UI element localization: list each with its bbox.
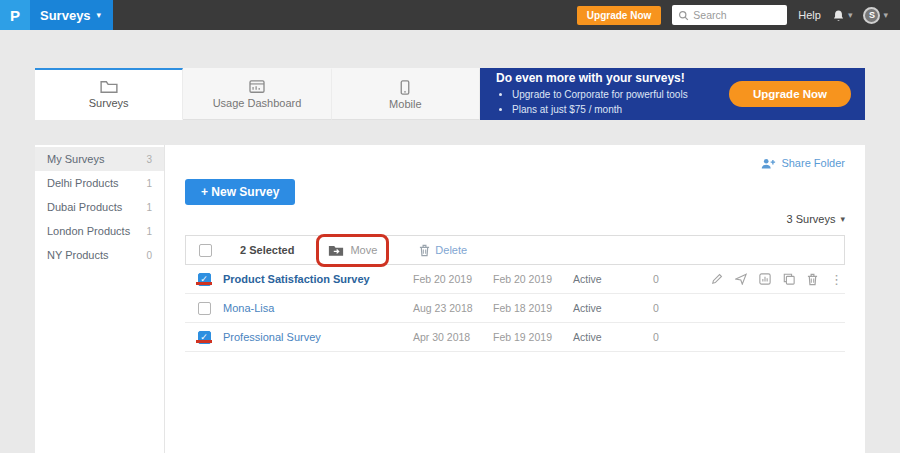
- bell-icon: [832, 9, 845, 22]
- tab-label: Surveys: [89, 97, 129, 109]
- sidebar-item-london-products[interactable]: London Products 1: [35, 219, 164, 243]
- row-checkbox-cell: ✓: [185, 331, 223, 344]
- tabs-banner-row: Surveys Usage Dashboard Mobile Do even m…: [35, 68, 865, 120]
- tab-mobile[interactable]: Mobile: [332, 68, 480, 120]
- search-icon: [678, 10, 689, 21]
- tab-usage-dashboard[interactable]: Usage Dashboard: [183, 68, 331, 120]
- status-label: Active: [573, 273, 649, 285]
- surveys-count-dropdown[interactable]: 3 Surveys ▾: [185, 205, 845, 233]
- folder-count: 1: [146, 178, 152, 189]
- responses-count: 0: [649, 302, 695, 314]
- created-date: Feb 20 2019: [413, 273, 493, 285]
- folder-label: NY Products: [47, 249, 109, 261]
- banner-upgrade-button[interactable]: Upgrade Now: [729, 81, 851, 107]
- main-panel: My Surveys 3 Delhi Products 1 Dubai Prod…: [35, 145, 865, 453]
- responses-count: 0: [649, 331, 695, 343]
- folder-icon: [100, 80, 118, 94]
- tab-bar: Surveys Usage Dashboard Mobile: [35, 68, 480, 120]
- tab-label: Mobile: [389, 98, 421, 110]
- new-survey-label: New Survey: [211, 185, 279, 199]
- survey-title-link[interactable]: Professional Survey: [223, 331, 413, 343]
- move-folder-icon: [328, 244, 344, 257]
- surveys-menu-label: Surveys: [40, 8, 91, 23]
- search-input[interactable]: [693, 9, 781, 21]
- promo-bullets: Upgrade to Corporate for powerful tools …: [496, 87, 729, 118]
- annotation-underline: [196, 282, 212, 285]
- tab-label: Usage Dashboard: [213, 97, 302, 109]
- duplicate-copy-icon[interactable]: [783, 273, 795, 285]
- promo-title: Do even more with your surveys!: [496, 71, 729, 85]
- delete-button[interactable]: Delete: [419, 244, 467, 257]
- sidebar-item-ny-products[interactable]: NY Products 0: [35, 243, 164, 267]
- upgrade-now-button[interactable]: Upgrade Now: [577, 6, 661, 25]
- share-people-icon: [760, 157, 776, 170]
- surveys-app: P Surveys ▾ Upgrade Now Help ▾ S ▾: [0, 0, 900, 453]
- status-label: Active: [573, 331, 649, 343]
- trash-icon[interactable]: [807, 273, 818, 286]
- chevron-down-icon: ▾: [97, 11, 102, 20]
- account-menu[interactable]: S ▾: [863, 7, 888, 24]
- modified-date: Feb 20 2019: [493, 273, 573, 285]
- sidebar-item-dubai-products[interactable]: Dubai Products 1: [35, 195, 164, 219]
- chevron-down-icon: ▾: [840, 215, 845, 224]
- delete-label: Delete: [435, 244, 467, 256]
- surveys-menu[interactable]: Surveys ▾: [30, 0, 113, 30]
- responses-count: 0: [649, 273, 695, 285]
- folder-label: London Products: [47, 225, 130, 237]
- mobile-icon: [400, 80, 410, 95]
- chevron-down-icon: ▾: [883, 11, 888, 20]
- bulk-action-toolbar: 2 Selected Move Delete: [185, 235, 845, 265]
- edit-pencil-icon[interactable]: [711, 273, 723, 285]
- folders-sidebar: My Surveys 3 Delhi Products 1 Dubai Prod…: [35, 145, 165, 453]
- survey-title-link[interactable]: Product Satisfaction Survey: [223, 273, 413, 285]
- help-link[interactable]: Help: [798, 9, 821, 21]
- table-row: Mona-Lisa Aug 23 2018 Feb 18 2019 Active…: [185, 294, 845, 323]
- row-actions: ⋮: [695, 272, 845, 287]
- select-all-checkbox[interactable]: [199, 244, 212, 257]
- folder-count: 3: [146, 154, 152, 165]
- dashboard-icon: [249, 80, 265, 94]
- top-bar: P Surveys ▾ Upgrade Now Help ▾ S ▾: [0, 0, 900, 30]
- folder-label: My Surveys: [47, 153, 104, 165]
- more-options-kebab-icon[interactable]: ⋮: [830, 272, 843, 287]
- move-label: Move: [350, 244, 377, 256]
- folder-label: Delhi Products: [47, 177, 119, 189]
- row-checkbox-cell: [185, 302, 223, 315]
- created-date: Aug 23 2018: [413, 302, 493, 314]
- table-row: ✓ Product Satisfaction Survey Feb 20 201…: [185, 265, 845, 294]
- avatar: S: [863, 7, 880, 24]
- surveys-content: Share Folder + New Survey 3 Surveys ▾ 2 …: [165, 145, 865, 453]
- send-icon[interactable]: [735, 273, 747, 285]
- modified-date: Feb 18 2019: [493, 302, 573, 314]
- selected-count-label: 2 Selected: [240, 244, 294, 256]
- plus-icon: +: [201, 185, 208, 199]
- share-folder-label: Share Folder: [781, 157, 845, 169]
- created-date: Apr 30 2018: [413, 331, 493, 343]
- notifications-menu[interactable]: ▾: [832, 9, 853, 22]
- move-button[interactable]: Move: [320, 240, 385, 261]
- promo-banner: Do even more with your surveys! Upgrade …: [480, 68, 865, 120]
- stats-chart-icon[interactable]: [759, 273, 771, 285]
- app-logo[interactable]: P: [0, 0, 30, 30]
- row-checkbox-cell: ✓: [185, 273, 223, 286]
- annotation-underline: [196, 340, 212, 343]
- sidebar-item-my-surveys[interactable]: My Surveys 3: [35, 147, 164, 171]
- trash-icon: [419, 244, 430, 257]
- modified-date: Feb 19 2019: [493, 331, 573, 343]
- promo-bullet: Plans at just $75 / month: [512, 102, 729, 118]
- survey-title-link[interactable]: Mona-Lisa: [223, 302, 413, 314]
- sidebar-item-delhi-products[interactable]: Delhi Products 1: [35, 171, 164, 195]
- folder-count: 0: [146, 250, 152, 261]
- tab-surveys[interactable]: Surveys: [35, 68, 183, 120]
- chevron-down-icon: ▾: [848, 11, 853, 20]
- search-box[interactable]: [672, 5, 787, 25]
- promo-bullet: Upgrade to Corporate for powerful tools: [512, 87, 729, 103]
- surveys-count-label: 3 Surveys: [787, 213, 836, 225]
- row-checkbox[interactable]: [198, 302, 211, 315]
- topbar-right: Upgrade Now Help ▾ S ▾: [577, 5, 900, 25]
- folder-count: 1: [146, 226, 152, 237]
- promo-text: Do even more with your surveys! Upgrade …: [496, 71, 729, 118]
- new-survey-button[interactable]: + New Survey: [185, 179, 295, 205]
- status-label: Active: [573, 302, 649, 314]
- share-folder-link[interactable]: Share Folder: [760, 157, 845, 170]
